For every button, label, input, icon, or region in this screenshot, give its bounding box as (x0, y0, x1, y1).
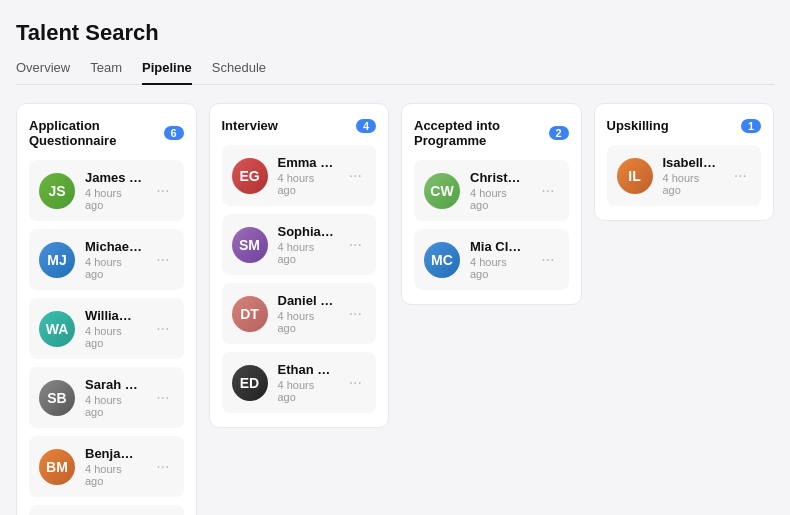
column-count-upskilling: 1 (741, 119, 761, 133)
column-header-interview: Interview4 (222, 118, 377, 133)
avatar: BM (39, 449, 75, 485)
card-time: 4 hours ago (470, 256, 527, 280)
card-name: Daniel Thompson (278, 293, 335, 308)
card-menu-icon[interactable]: ··· (152, 456, 173, 478)
card-menu-icon[interactable]: ··· (730, 165, 751, 187)
page-title: Talent Search (16, 20, 774, 46)
card-name: Benjamin Martinez (85, 446, 142, 461)
card-info: Christopher Wilson4 hours ago (470, 170, 527, 211)
card-info: Michael Johnson4 hours ago (85, 239, 142, 280)
card-sarah-benwell[interactable]: SBSarah Benwell4 hours ago··· (29, 367, 184, 428)
card-time: 4 hours ago (85, 187, 142, 211)
avatar: SB (39, 380, 75, 416)
tab-team[interactable]: Team (90, 60, 122, 85)
avatar: WA (39, 311, 75, 347)
avatar: CW (424, 173, 460, 209)
column-count-application-questionnaire: 6 (164, 126, 184, 140)
card-time: 4 hours ago (470, 187, 527, 211)
card-info: Isabelle Lewis4 hours ago (663, 155, 720, 196)
card-name: Isabelle Lewis (663, 155, 720, 170)
card-daniel-thompson[interactable]: DTDaniel Thompson4 hours ago··· (222, 283, 377, 344)
card-ethan-davis[interactable]: EDEthan Davis4 hours ago··· (222, 352, 377, 413)
card-menu-icon[interactable]: ··· (152, 387, 173, 409)
card-menu-icon[interactable]: ··· (345, 165, 366, 187)
avatar: DT (232, 296, 268, 332)
card-time: 4 hours ago (278, 241, 335, 265)
avatar: SM (232, 227, 268, 263)
avatar: MC (424, 242, 460, 278)
avatar: IL (617, 158, 653, 194)
card-name: Ethan Davis (278, 362, 335, 377)
card-time: 4 hours ago (663, 172, 720, 196)
tab-overview[interactable]: Overview (16, 60, 70, 85)
card-time: 4 hours ago (85, 394, 142, 418)
tab-schedule[interactable]: Schedule (212, 60, 266, 85)
card-time: 4 hours ago (278, 310, 335, 334)
card-info: Mia Clark4 hours ago (470, 239, 527, 280)
column-application-questionnaire: Application Questionnaire6JSJames Smith4… (16, 103, 197, 515)
card-name: Emma Garcia (278, 155, 335, 170)
card-sophia-miller[interactable]: SMSophia Miller4 hours ago··· (222, 214, 377, 275)
avatar: MJ (39, 242, 75, 278)
column-header-accepted-into-programme: Accepted into Programme2 (414, 118, 569, 148)
card-menu-icon[interactable]: ··· (537, 180, 558, 202)
card-menu-icon[interactable]: ··· (152, 249, 173, 271)
avatar: JS (39, 173, 75, 209)
column-title-interview: Interview (222, 118, 278, 133)
card-menu-icon[interactable]: ··· (152, 180, 173, 202)
card-time: 4 hours ago (85, 256, 142, 280)
column-header-application-questionnaire: Application Questionnaire6 (29, 118, 184, 148)
card-menu-icon[interactable]: ··· (152, 318, 173, 340)
card-menu-icon[interactable]: ··· (345, 372, 366, 394)
card-info: William Anderson4 hours ago (85, 308, 142, 349)
card-info: Daniel Thompson4 hours ago (278, 293, 335, 334)
card-isabelle-lewis[interactable]: ILIsabelle Lewis4 hours ago··· (607, 145, 762, 206)
card-name: Sarah Benwell (85, 377, 142, 392)
card-william-anderson[interactable]: WAWilliam Anderson4 hours ago··· (29, 298, 184, 359)
tab-pipeline[interactable]: Pipeline (142, 60, 192, 85)
card-info: Benjamin Martinez4 hours ago (85, 446, 142, 487)
card-time: 4 hours ago (85, 463, 142, 487)
card-name: Christopher Wilson (470, 170, 527, 185)
card-menu-icon[interactable]: ··· (345, 234, 366, 256)
card-info: Sarah Benwell4 hours ago (85, 377, 142, 418)
card-emma-garcia[interactable]: EGEmma Garcia4 hours ago··· (222, 145, 377, 206)
card-name: Michael Johnson (85, 239, 142, 254)
card-time: 4 hours ago (278, 379, 335, 403)
avatar: ED (232, 365, 268, 401)
column-title-accepted-into-programme: Accepted into Programme (414, 118, 549, 148)
column-upskilling: Upskilling1ILIsabelle Lewis4 hours ago··… (594, 103, 775, 221)
card-menu-icon[interactable]: ··· (537, 249, 558, 271)
avatar: EG (232, 158, 268, 194)
nav-tabs: OverviewTeamPipelineSchedule (16, 60, 774, 85)
card-mia-clark[interactable]: MCMia Clark4 hours ago··· (414, 229, 569, 290)
card-time: 4 hours ago (85, 325, 142, 349)
column-count-interview: 4 (356, 119, 376, 133)
card-michael-johnson[interactable]: MJMichael Johnson4 hours ago··· (29, 229, 184, 290)
card-christopher-wilson[interactable]: CWChristopher Wilson4 hours ago··· (414, 160, 569, 221)
card-name: William Anderson (85, 308, 142, 323)
column-interview: Interview4EGEmma Garcia4 hours ago···SMS… (209, 103, 390, 428)
card-alexander-white[interactable]: AWAlexander White4 hours ago··· (29, 505, 184, 515)
column-accepted-into-programme: Accepted into Programme2CWChristopher Wi… (401, 103, 582, 305)
card-name: James Smith (85, 170, 142, 185)
card-menu-icon[interactable]: ··· (345, 303, 366, 325)
column-title-upskilling: Upskilling (607, 118, 669, 133)
column-title-application-questionnaire: Application Questionnaire (29, 118, 164, 148)
card-james-smith[interactable]: JSJames Smith4 hours ago··· (29, 160, 184, 221)
card-info: Sophia Miller4 hours ago (278, 224, 335, 265)
column-header-upskilling: Upskilling1 (607, 118, 762, 133)
card-info: James Smith4 hours ago (85, 170, 142, 211)
card-name: Sophia Miller (278, 224, 335, 239)
card-name: Mia Clark (470, 239, 527, 254)
card-info: Ethan Davis4 hours ago (278, 362, 335, 403)
card-benjamin-martinez[interactable]: BMBenjamin Martinez4 hours ago··· (29, 436, 184, 497)
kanban-board: Application Questionnaire6JSJames Smith4… (16, 103, 774, 515)
card-time: 4 hours ago (278, 172, 335, 196)
card-info: Emma Garcia4 hours ago (278, 155, 335, 196)
column-count-accepted-into-programme: 2 (549, 126, 569, 140)
